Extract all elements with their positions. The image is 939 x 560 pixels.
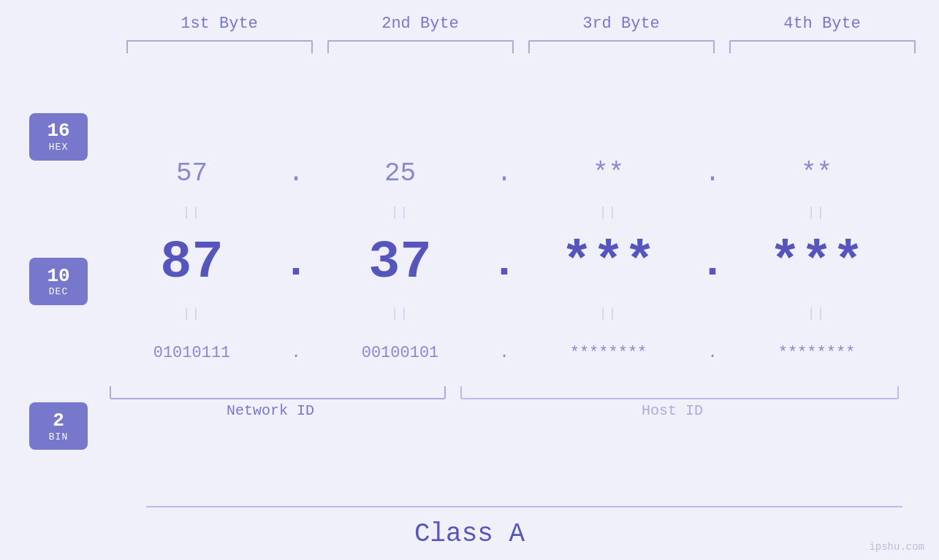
bin-row: 01010111 . 00100101 . ******** .: [102, 323, 906, 382]
id-labels: Network ID Host ID: [102, 402, 906, 419]
sep2-b3: ||: [519, 306, 698, 321]
bracket-byte2: [327, 40, 514, 53]
hex-byte4: **: [727, 158, 906, 188]
dec-byte4: ***: [727, 237, 906, 289]
bottom-brackets: [102, 386, 906, 399]
byte3-header: 3rd Byte: [521, 15, 722, 40]
sep2-b1: ||: [102, 306, 281, 321]
sep-dec-bin: || || || ||: [102, 303, 906, 323]
hex-dot3: .: [698, 158, 727, 188]
watermark: ipshu.com: [869, 541, 924, 553]
sep-hex-dec: || || || ||: [102, 202, 906, 223]
hex-dot2: .: [490, 158, 519, 188]
network-bracket: [110, 386, 446, 399]
sep1-b3: ||: [519, 205, 698, 220]
bin-byte2: 00100101: [311, 344, 490, 362]
hex-dot1: .: [281, 158, 311, 188]
sep2-b2: ||: [311, 306, 490, 321]
dec-row: 87 . 37 . *** . ***: [102, 223, 906, 303]
bin-byte1: 01010111: [102, 344, 281, 362]
dec-byte3: ***: [519, 237, 698, 289]
top-brackets: [119, 40, 923, 53]
sep1-b2: ||: [311, 205, 490, 220]
base-labels: 16 HEX 10 DEC 2 BIN: [0, 53, 102, 502]
dec-dot2: .: [490, 238, 519, 288]
dec-dot1: .: [281, 238, 311, 288]
class-label: Class A: [414, 519, 525, 549]
host-bracket: [460, 386, 899, 399]
byte4-header: 4th Byte: [722, 15, 923, 40]
sep2-b4: ||: [727, 306, 906, 321]
class-bracket-line: [146, 506, 902, 507]
bin-badge: 2 BIN: [29, 402, 88, 450]
bracket-byte4: [729, 40, 916, 53]
bin-name: BIN: [49, 431, 68, 442]
hex-byte1: 57: [102, 158, 281, 188]
dec-dot3: .: [698, 238, 727, 288]
hex-row: 57 . 25 . ** . **: [102, 144, 906, 202]
hex-byte3: **: [519, 158, 698, 188]
byte1-header: 1st Byte: [119, 15, 320, 40]
byte2-header: 2nd Byte: [320, 15, 521, 40]
dec-byte2: 37: [311, 237, 490, 289]
bin-byte3: ********: [519, 344, 698, 362]
hex-number: 16: [47, 120, 69, 142]
bin-dot2: .: [490, 344, 519, 362]
class-label-container: Class A: [0, 519, 939, 549]
sep1-b1: ||: [102, 205, 281, 220]
bin-byte4: ********: [727, 344, 906, 362]
bracket-byte3: [528, 40, 715, 53]
hex-name: HEX: [49, 142, 68, 153]
byte-headers: 1st Byte 2nd Byte 3rd Byte 4th Byte: [119, 15, 923, 40]
host-id-label: Host ID: [438, 402, 906, 419]
dec-number: 10: [47, 266, 69, 287]
bin-number: 2: [53, 410, 64, 431]
network-id-label: Network ID: [102, 402, 438, 419]
hex-byte2: 25: [311, 158, 490, 188]
dec-name: DEC: [49, 286, 68, 297]
bin-dot1: .: [281, 344, 311, 362]
hex-badge: 16 HEX: [29, 113, 88, 161]
bracket-byte1: [126, 40, 313, 53]
main-container: 1st Byte 2nd Byte 3rd Byte 4th Byte 16 H…: [0, 0, 939, 560]
class-section: Class A: [0, 506, 939, 560]
bin-dot3: .: [698, 344, 727, 362]
dec-badge: 10 DEC: [29, 258, 88, 305]
sep1-b4: ||: [727, 205, 906, 220]
dec-byte1: 87: [102, 237, 281, 289]
